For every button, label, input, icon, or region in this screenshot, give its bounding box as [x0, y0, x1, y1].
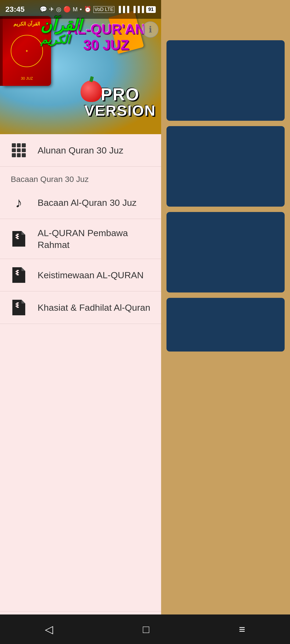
version-text: VERSION [84, 103, 156, 118]
whatsapp-icon: 💬 [40, 6, 47, 13]
zip-file-icon-1 [11, 231, 27, 247]
bbm-icon: 🔴 [63, 6, 71, 13]
menu-item-keistimewaan[interactable]: Keistimewaan AL-QURAN [0, 259, 161, 291]
zip-file-icon-3 [11, 299, 27, 316]
signal-1-icon: ▐▐▐ [117, 6, 129, 13]
svg-marker-8 [21, 267, 25, 271]
navigation-bar: ◁ □ ≡ [0, 614, 290, 644]
drawer-menu-content: Alunan Quran 30 Juz Bacaan Quran 30 Juz … [0, 134, 161, 611]
music-note-icon: ♪ [11, 195, 27, 211]
book-subtitle: 30 JUZ [5, 76, 48, 80]
status-bar: 23:45 💬 ✈ ◎ 🔴 M • ⏰ VoD LTE ▐▐▐ ▐▐▐ 91 [0, 0, 161, 19]
dot-icon: • [80, 6, 82, 13]
status-icons-group: 💬 ✈ ◎ 🔴 M • ⏰ VoD LTE ▐▐▐ ▐▐▐ 91 [40, 6, 156, 13]
zip-svg-1 [12, 231, 25, 247]
bg-card-2 [166, 126, 285, 207]
book-ornament: ✦ [11, 35, 43, 67]
svg-rect-2 [17, 234, 19, 235]
svg-rect-3 [17, 236, 19, 237]
menu-button[interactable]: ≡ [231, 621, 253, 638]
battery-level: 91 [146, 6, 156, 13]
svg-rect-17 [17, 305, 19, 306]
navigation-drawer: 23:45 💬 ✈ ◎ 🔴 M • ⏰ VoD LTE ▐▐▐ ▐▐▐ 91 ا… [0, 0, 161, 644]
svg-rect-13 [16, 273, 18, 274]
grid-cell-6 [22, 148, 26, 152]
telegram-icon: ✈ [49, 6, 54, 13]
lte-icon: VoD LTE [93, 6, 115, 13]
svg-rect-5 [16, 235, 18, 236]
khasiat-label: Khasiat & Fadhilat Al-Quran [38, 302, 150, 313]
grid-icon [11, 142, 27, 158]
bg-card-3 [166, 212, 285, 292]
keistimewaan-label: Keistimewaan AL-QURAN [38, 269, 144, 281]
ornament-text: ✦ [25, 49, 28, 53]
svg-rect-20 [16, 306, 18, 307]
arabic-title-area: القرآن الكريم [40, 17, 82, 46]
status-time: 23:45 [5, 5, 25, 14]
arabic-title-text: القرآن [40, 17, 82, 33]
signal-2-icon: ▐▐▐ [131, 6, 144, 13]
grid-cell-1 [12, 143, 16, 147]
menu-item-bacaan[interactable]: ♪ Bacaan Al-Quran 30 Juz [0, 186, 161, 219]
svg-rect-4 [17, 238, 19, 239]
bg-card-1 [166, 40, 285, 121]
svg-rect-16 [17, 302, 19, 303]
svg-marker-15 [21, 300, 25, 303]
apple-decoration [81, 80, 102, 102]
background-content [161, 0, 290, 644]
arabic-subtitle-text: الكريم [40, 33, 82, 46]
drawer-header: القرآن الكريم ✦ 30 JUZ القرآن الكريم AL-… [0, 0, 161, 134]
alarm-icon: ⏰ [84, 6, 91, 13]
pembawa-label: AL-QURAN Pembawa Rahmat [38, 227, 150, 251]
home-button[interactable]: □ [135, 621, 157, 638]
menu-item-pembawa[interactable]: AL-QURAN Pembawa Rahmat [0, 219, 161, 259]
zip-svg-2 [12, 267, 25, 283]
wechat-icon: ◎ [56, 6, 61, 13]
svg-marker-1 [21, 231, 25, 235]
svg-rect-18 [17, 307, 19, 308]
bg-card-4 [166, 298, 285, 352]
section-header-bacaan: Bacaan Quran 30 Juz [0, 167, 161, 186]
grid-cell-8 [17, 153, 21, 157]
menu-item-khasiat[interactable]: Khasiat & Fadhilat Al-Quran [0, 291, 161, 324]
menu-item-alunan[interactable]: Alunan Quran 30 Juz [0, 134, 161, 167]
email-icon: M [73, 6, 78, 13]
zip-svg-3 [12, 300, 25, 315]
back-button[interactable]: ◁ [37, 620, 61, 638]
info-button[interactable]: ℹ [142, 21, 158, 38]
grid-cell-9 [22, 153, 26, 157]
bacaan-label: Bacaan Al-Quran 30 Juz [38, 197, 137, 208]
grid-cell-3 [22, 143, 26, 147]
svg-rect-19 [16, 303, 18, 305]
grid-cell-4 [12, 148, 16, 152]
svg-rect-6 [16, 237, 18, 238]
grid-cell-7 [12, 153, 16, 157]
svg-rect-11 [17, 274, 19, 275]
menu-spacer [0, 324, 161, 404]
grid-cell-2 [17, 143, 21, 147]
svg-rect-12 [16, 271, 18, 272]
svg-rect-9 [17, 270, 19, 271]
grid-cell-5 [17, 148, 21, 152]
zip-file-icon-2 [11, 267, 27, 283]
alunan-label: Alunan Quran 30 Juz [38, 144, 123, 156]
svg-rect-10 [17, 272, 19, 273]
grid-icon-inner [12, 143, 26, 157]
